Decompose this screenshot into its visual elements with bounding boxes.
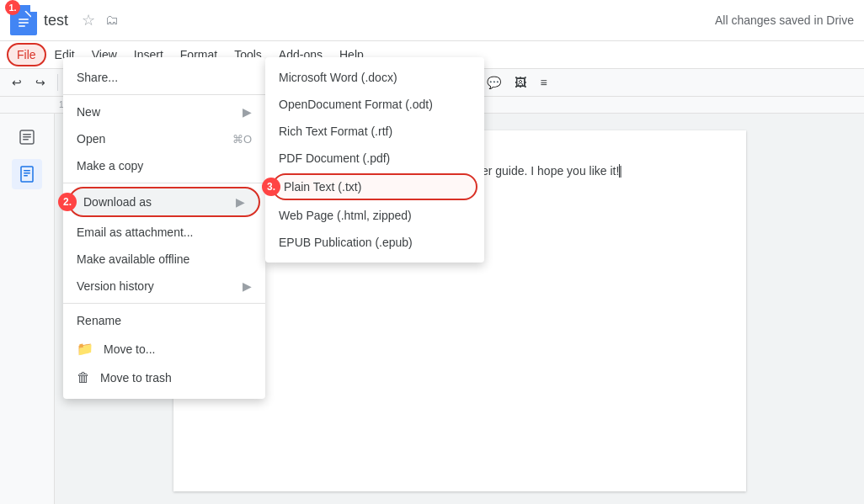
menu-download-as[interactable]: 2. Download as ▶ <box>68 187 260 217</box>
epub-label: EPUB Publication (.epub) <box>279 236 413 249</box>
doc-icon-wrapper: 1. <box>10 5 37 35</box>
open-shortcut: ⌘O <box>232 133 252 146</box>
download-txt[interactable]: 3. Plain Text (.txt) <box>272 173 477 200</box>
align-button[interactable]: ≡ <box>535 72 552 93</box>
menu-divider-1 <box>63 94 265 95</box>
download-odt[interactable]: OpenDocument Format (.odt) <box>265 91 484 118</box>
version-history-label: Version history <box>77 279 154 293</box>
toolbar-divider-1 <box>57 74 58 91</box>
file-menu-dropdown: Share... New ▶ Open ⌘O Make a copy 2. Do… <box>63 57 265 399</box>
trash-item-icon: 🗑 <box>77 370 90 385</box>
move-to-label: Move to... <box>104 342 155 356</box>
txt-label: Plain Text (.txt) <box>284 180 361 194</box>
menu-file[interactable]: File <box>7 43 46 66</box>
comment-button[interactable]: 💬 <box>482 72 506 93</box>
svg-rect-5 <box>23 134 31 135</box>
download-pdf[interactable]: PDF Document (.pdf) <box>265 145 484 172</box>
doc-title: test <box>44 12 68 29</box>
menu-move-to[interactable]: 📁 Move to... <box>63 334 265 363</box>
step3-badge: 3. <box>262 178 280 196</box>
save-status: All changes saved in Drive <box>715 13 854 27</box>
svg-rect-8 <box>21 167 33 182</box>
odt-label: OpenDocument Format (.odt) <box>279 98 433 111</box>
make-copy-label: Make a copy <box>77 159 143 172</box>
new-label: New <box>77 105 100 119</box>
svg-rect-1 <box>19 19 29 20</box>
open-label: Open <box>77 132 105 146</box>
new-arrow: ▶ <box>243 105 252 119</box>
sidebar-pages-icon[interactable] <box>12 159 42 189</box>
svg-rect-3 <box>19 25 25 27</box>
download-as-label: Download as <box>83 195 152 209</box>
step1-badge: 1. <box>5 0 20 15</box>
move-trash-label: Move to trash <box>100 371 172 385</box>
download-word[interactable]: Microsoft Word (.docx) <box>265 64 484 91</box>
menu-offline[interactable]: Make available offline <box>63 246 265 273</box>
download-rtf[interactable]: Rich Text Format (.rtf) <box>265 118 484 145</box>
svg-rect-11 <box>24 175 28 177</box>
download-submenu: Microsoft Word (.docx) OpenDocument Form… <box>265 57 484 263</box>
menu-email-attachment[interactable]: Email as attachment... <box>63 219 265 246</box>
undo-button[interactable]: ↩ <box>7 72 27 93</box>
svg-rect-10 <box>24 172 30 174</box>
version-history-arrow: ▶ <box>243 279 252 293</box>
download-epub[interactable]: EPUB Publication (.epub) <box>265 229 484 256</box>
menu-version-history[interactable]: Version history ▶ <box>63 273 265 300</box>
offline-label: Make available offline <box>77 252 189 266</box>
email-attachment-label: Email as attachment... <box>77 225 194 239</box>
sidebar-docs-icon[interactable] <box>12 122 42 152</box>
menu-rename[interactable]: Rename <box>63 307 265 334</box>
image-button[interactable]: 🖼 <box>509 72 531 93</box>
menu-open[interactable]: Open ⌘O <box>63 125 265 152</box>
word-label: Microsoft Word (.docx) <box>279 71 397 84</box>
pdf-label: PDF Document (.pdf) <box>279 151 390 165</box>
star-icon[interactable]: ☆ <box>82 11 95 29</box>
menu-divider-2 <box>63 183 265 183</box>
svg-rect-7 <box>23 139 29 141</box>
share-label: Share... <box>77 71 118 84</box>
step2-badge: 2. <box>58 193 77 211</box>
download-html[interactable]: Web Page (.html, zipped) <box>265 202 484 229</box>
rtf-label: Rich Text Format (.rtf) <box>279 125 392 138</box>
rename-label: Rename <box>77 314 121 327</box>
folder-item-icon: 📁 <box>77 341 93 357</box>
menu-move-trash[interactable]: 🗑 Move to trash <box>63 363 265 392</box>
menu-share[interactable]: Share... <box>63 64 265 91</box>
svg-rect-6 <box>23 136 31 138</box>
menu-new[interactable]: New ▶ <box>63 98 265 125</box>
svg-rect-2 <box>19 22 29 24</box>
menu-make-copy[interactable]: Make a copy <box>63 152 265 179</box>
menu-divider-3 <box>63 303 265 304</box>
top-bar: 1. test ☆ 🗂 All changes saved in Drive <box>0 0 864 41</box>
redo-button[interactable]: ↪ <box>30 72 51 93</box>
html-label: Web Page (.html, zipped) <box>279 209 412 222</box>
doc-cursor: | <box>619 164 620 178</box>
left-sidebar <box>0 114 55 504</box>
download-as-arrow: ▶ <box>236 195 245 209</box>
svg-rect-9 <box>24 170 30 172</box>
folder-icon[interactable]: 🗂 <box>105 13 119 28</box>
